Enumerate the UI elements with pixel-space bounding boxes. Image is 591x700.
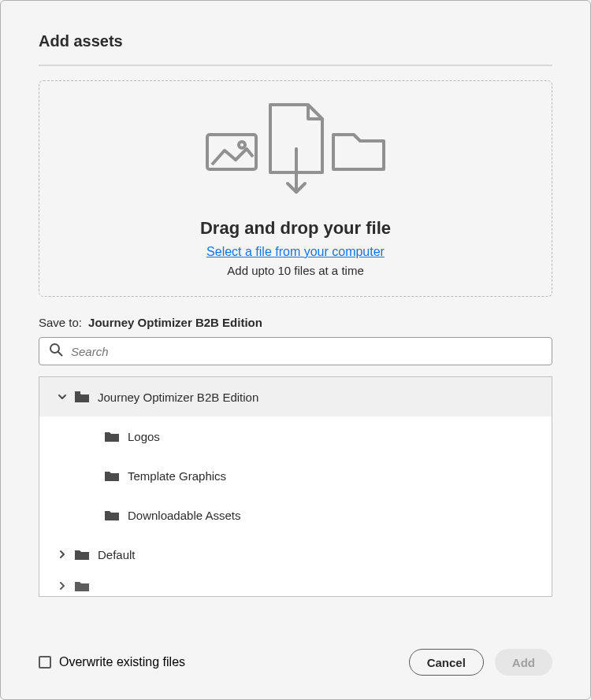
folder-icon [104,430,120,443]
file-dropzone[interactable]: Drag and drop your file Select a file fr… [39,80,552,297]
tree-item-downloadable-assets[interactable]: Downloadable Assets [39,495,552,535]
tree-item-logos[interactable]: Logos [39,417,552,456]
dropzone-note: Add upto 10 files at a time [55,264,536,277]
svg-line-4 [58,352,62,356]
tree-root-default[interactable]: Default [39,535,552,574]
tree-item-template-graphics[interactable]: Template Graphics [39,456,552,495]
save-to-label: Save to: [39,316,82,329]
tree-item-label: Default [98,548,136,561]
folder-icon [104,469,120,482]
overwrite-checkbox[interactable] [39,656,51,669]
folder-tree: Journey Optimizer B2B Edition Logos Temp… [39,376,552,597]
chevron-right-icon [55,581,69,591]
chevron-right-icon [55,550,69,559]
cancel-button[interactable]: Cancel [409,649,484,676]
save-to-value: Journey Optimizer B2B Edition [88,316,262,329]
overwrite-checkbox-row[interactable]: Overwrite existing files [39,655,185,669]
svg-rect-5 [75,391,80,394]
folder-icon [104,509,120,521]
add-assets-dialog: Add assets [0,0,591,700]
select-file-link[interactable]: Select a file from your computer [206,245,385,259]
dropzone-illustration [55,100,536,194]
svg-point-1 [239,142,245,148]
search-box[interactable] [39,337,552,365]
tree-item-label: Journey Optimizer B2B Edition [98,391,258,404]
add-button: Add [495,649,552,676]
chevron-down-icon [55,392,69,402]
tree-root-partial[interactable] [39,574,552,597]
dialog-title: Add assets [39,32,552,66]
search-icon [49,343,63,360]
search-input[interactable] [71,345,542,358]
folder-open-icon [74,391,90,403]
folder-icon [74,548,90,561]
tree-root-journey-optimizer[interactable]: Journey Optimizer B2B Edition [39,377,552,417]
tree-item-label: Downloadable Assets [128,509,240,522]
overwrite-label: Overwrite existing files [59,655,185,669]
folder-icon [74,580,90,592]
save-to-row: Save to: Journey Optimizer B2B Edition [39,316,552,329]
tree-item-label: Logos [128,430,160,443]
dialog-footer: Overwrite existing files Cancel Add [39,633,552,676]
dropzone-heading: Drag and drop your file [55,218,536,239]
tree-item-label: Template Graphics [128,469,226,483]
